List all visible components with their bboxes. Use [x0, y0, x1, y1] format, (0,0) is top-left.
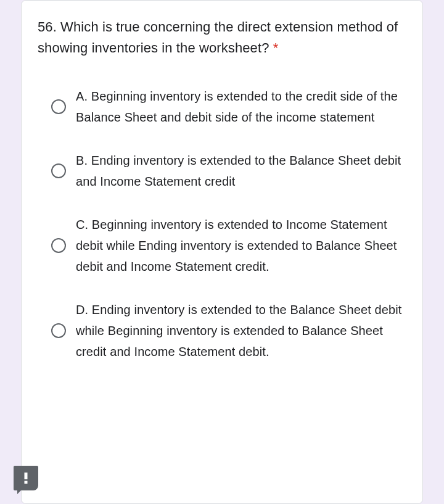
report-problem-button[interactable] [14, 466, 38, 490]
radio-icon[interactable] [51, 163, 66, 178]
required-asterisk: * [269, 40, 278, 56]
option-a[interactable]: A. Beginning inventory is extended to th… [51, 86, 406, 128]
option-label: C. Beginning inventory is extended to In… [76, 214, 406, 277]
svg-rect-1 [25, 481, 28, 484]
option-c[interactable]: C. Beginning inventory is extended to In… [51, 214, 406, 277]
question-title: 56. Which is true concerning the direct … [38, 17, 406, 59]
options-group: A. Beginning inventory is extended to th… [38, 86, 406, 362]
option-d[interactable]: D. Ending inventory is extended to the B… [51, 299, 406, 362]
radio-icon[interactable] [51, 238, 66, 253]
question-text: 56. Which is true concerning the direct … [38, 19, 398, 56]
question-card: 56. Which is true concerning the direct … [21, 0, 423, 504]
option-label: D. Ending inventory is extended to the B… [76, 299, 406, 362]
exclamation-icon [23, 473, 28, 484]
option-label: B. Ending inventory is extended to the B… [76, 150, 406, 192]
option-b[interactable]: B. Ending inventory is extended to the B… [51, 150, 406, 192]
svg-rect-0 [25, 473, 28, 479]
radio-icon[interactable] [51, 99, 66, 114]
option-label: A. Beginning inventory is extended to th… [76, 86, 406, 128]
radio-icon[interactable] [51, 323, 66, 338]
